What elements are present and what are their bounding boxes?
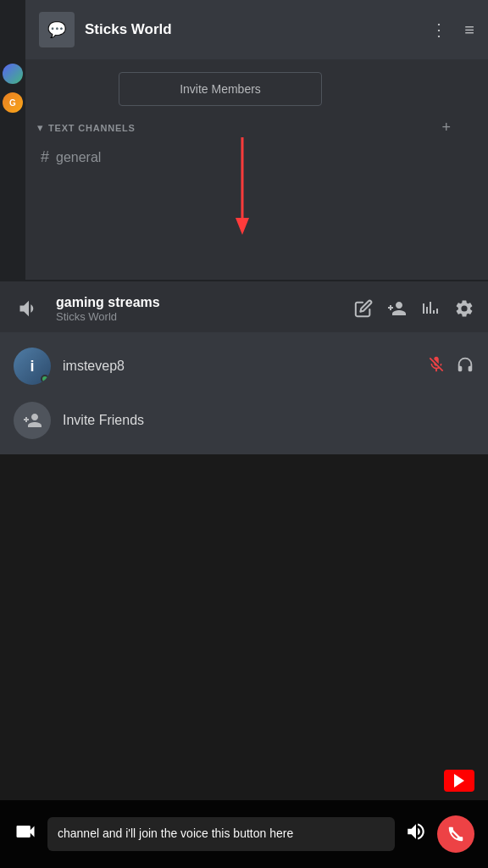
invite-friends-item[interactable]: Invite Friends — [14, 393, 474, 448]
participant-username: imstevep8 — [63, 359, 415, 374]
voice-channel-name: gaming streams — [56, 295, 342, 310]
headphones-icon — [456, 355, 474, 378]
voice-channel-info: gaming streams Sticks World — [56, 295, 342, 323]
server-name: Sticks World — [85, 21, 430, 38]
invite-members-button[interactable]: Invite Members — [119, 72, 322, 106]
channel-general[interactable]: # general — [34, 143, 454, 171]
settings-icon[interactable] — [454, 298, 474, 319]
channels-section: ▾ TEXT CHANNELS + # general — [34, 119, 454, 171]
channels-section-label: TEXT CHANNELS — [48, 123, 136, 133]
participant-status-icons — [427, 355, 474, 378]
youtube-button[interactable] — [444, 770, 474, 792]
server-icon: 💬 — [39, 12, 75, 47]
end-call-button[interactable] — [437, 815, 474, 853]
voice-channel-server: Sticks World — [56, 310, 342, 323]
sidebar-avatar-2[interactable]: G — [3, 92, 23, 113]
voice-channel-header: gaming streams Sticks World — [0, 281, 488, 332]
hamburger-menu-icon[interactable]: ≡ — [464, 20, 474, 40]
add-channel-button[interactable]: + — [441, 119, 451, 136]
channel-name: general — [56, 150, 101, 165]
participant-imstevep8[interactable]: i imstevep8 — [14, 339, 474, 393]
invite-friends-label: Invite Friends — [63, 413, 144, 428]
caption-text: channel and i'll join the voice this but… — [47, 817, 395, 851]
microphone-muted-icon — [427, 355, 446, 378]
voice-speaker-icon — [14, 293, 44, 324]
invite-members-label: Invite Members — [180, 82, 261, 96]
channels-header: ▾ TEXT CHANNELS + — [34, 119, 454, 136]
camera-button[interactable] — [14, 820, 37, 849]
caption-bar: channel and i'll join the voice this but… — [0, 800, 488, 868]
more-options-icon[interactable]: ⋮ — [430, 19, 447, 40]
chat-icon: 💬 — [47, 20, 66, 39]
server-header: 💬 Sticks World ⋮ ≡ — [25, 0, 488, 59]
sound-bars-icon[interactable] — [420, 298, 441, 319]
youtube-play-icon — [454, 774, 464, 787]
left-sidebar: G — [0, 0, 25, 288]
voice-participants-list: i imstevep8 — [0, 332, 488, 454]
invite-friends-avatar-icon — [14, 402, 51, 439]
sidebar-avatar-1[interactable] — [3, 64, 23, 84]
header-actions: ⋮ ≡ — [430, 19, 474, 40]
online-status-dot — [41, 375, 49, 383]
chevron-down-icon: ▾ — [37, 121, 43, 134]
speaker-button[interactable] — [405, 821, 427, 848]
voice-header-actions — [354, 298, 474, 319]
hash-icon: # — [41, 148, 49, 166]
edit-icon[interactable] — [354, 299, 373, 318]
youtube-watermark[interactable] — [444, 770, 474, 792]
participant-avatar: i — [14, 348, 51, 385]
voice-channel-panel: gaming streams Sticks World — [0, 280, 488, 454]
add-user-icon[interactable] — [386, 298, 407, 319]
